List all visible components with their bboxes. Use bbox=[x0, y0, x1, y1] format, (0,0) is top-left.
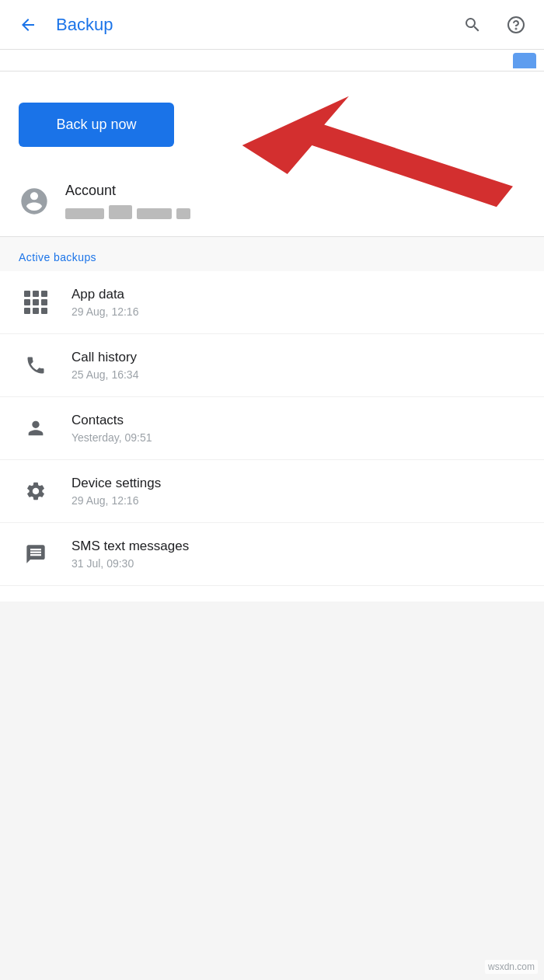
device-settings-title: Device settings bbox=[71, 476, 525, 491]
active-backups-title: Active backups bbox=[19, 251, 525, 263]
email-blur-2 bbox=[109, 205, 132, 219]
active-backups-section: Active backups bbox=[0, 237, 544, 271]
contacts-date: Yesterday, 09:51 bbox=[71, 431, 525, 444]
account-icon bbox=[19, 186, 50, 224]
sms-title: SMS text messages bbox=[71, 539, 525, 554]
call-history-date: 25 Aug, 16:34 bbox=[71, 368, 525, 381]
call-history-info: Call history 25 Aug, 16:34 bbox=[71, 350, 525, 381]
phone-icon bbox=[19, 354, 53, 376]
sms-date: 31 Jul, 09:30 bbox=[71, 557, 525, 570]
apps-icon bbox=[19, 291, 53, 314]
help-button[interactable] bbox=[500, 9, 532, 40]
app-bar-actions bbox=[457, 9, 532, 40]
search-icon bbox=[463, 16, 482, 34]
watermark: wsxdn.com bbox=[485, 960, 538, 974]
email-blur-1 bbox=[65, 208, 104, 219]
email-blur-3 bbox=[137, 208, 172, 219]
settings-icon bbox=[19, 480, 53, 502]
backup-list: App data 29 Aug, 12:16 Call history 25 A… bbox=[0, 271, 544, 586]
account-label: Account bbox=[65, 183, 525, 199]
app-bar: Backup bbox=[0, 0, 544, 50]
main-content: Back up now Account Active backups bbox=[0, 71, 544, 602]
back-icon bbox=[19, 16, 37, 34]
scroll-tab bbox=[513, 53, 536, 68]
call-history-title: Call history bbox=[71, 350, 525, 365]
account-section[interactable]: Account bbox=[0, 170, 544, 237]
email-blur-4 bbox=[176, 208, 190, 219]
app-data-info: App data 29 Aug, 12:16 bbox=[71, 287, 525, 318]
contacts-info: Contacts Yesterday, 09:51 bbox=[71, 413, 525, 444]
backup-item-contacts[interactable]: Contacts Yesterday, 09:51 bbox=[0, 397, 544, 460]
app-data-title: App data bbox=[71, 287, 525, 302]
scroll-indicator bbox=[0, 50, 544, 71]
account-email-blur bbox=[65, 205, 525, 219]
account-info: Account bbox=[65, 183, 525, 219]
backup-now-button[interactable]: Back up now bbox=[19, 103, 174, 147]
message-icon bbox=[19, 543, 53, 565]
backup-item-sms[interactable]: SMS text messages 31 Jul, 09:30 bbox=[0, 523, 544, 586]
sms-info: SMS text messages 31 Jul, 09:30 bbox=[71, 539, 525, 570]
backup-item-call-history[interactable]: Call history 25 Aug, 16:34 bbox=[0, 334, 544, 397]
backup-now-section: Back up now bbox=[0, 87, 544, 170]
person-icon bbox=[19, 417, 53, 439]
device-settings-info: Device settings 29 Aug, 12:16 bbox=[71, 476, 525, 507]
svg-point-1 bbox=[516, 28, 517, 29]
device-settings-date: 29 Aug, 12:16 bbox=[71, 494, 525, 507]
backup-item-app-data[interactable]: App data 29 Aug, 12:16 bbox=[0, 271, 544, 334]
contacts-title: Contacts bbox=[71, 413, 525, 428]
page-title: Backup bbox=[56, 15, 457, 35]
help-icon bbox=[507, 16, 525, 34]
back-button[interactable] bbox=[12, 9, 44, 40]
search-button[interactable] bbox=[457, 9, 488, 40]
app-data-date: 29 Aug, 12:16 bbox=[71, 305, 525, 318]
backup-item-device-settings[interactable]: Device settings 29 Aug, 12:16 bbox=[0, 460, 544, 523]
